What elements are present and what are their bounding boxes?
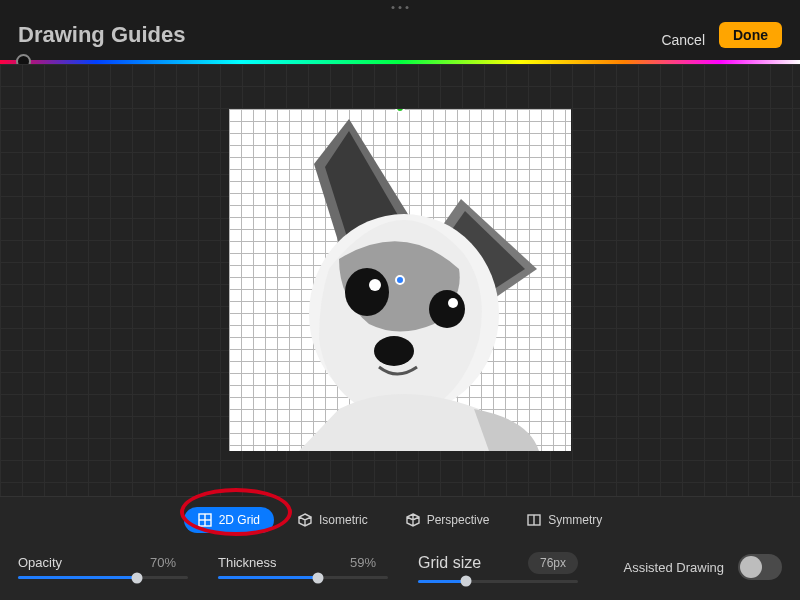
symmetry-icon xyxy=(527,513,541,527)
thickness-label: Thickness xyxy=(218,555,277,570)
tab-isometric[interactable]: Isometric xyxy=(284,507,382,533)
tab-label: 2D Grid xyxy=(219,513,260,527)
thickness-param: Thickness 59% xyxy=(218,555,388,579)
svg-point-5 xyxy=(374,336,414,366)
opacity-label: Opacity xyxy=(18,555,62,570)
tab-label: Symmetry xyxy=(548,513,602,527)
thickness-slider[interactable] xyxy=(218,576,388,579)
assisted-drawing-label: Assisted Drawing xyxy=(624,560,724,575)
grid-size-slider[interactable] xyxy=(418,580,578,583)
param-row: Opacity 70% Thickness 59% Grid size 76px xyxy=(0,539,800,595)
cube-outline-icon xyxy=(406,513,420,527)
tab-perspective[interactable]: Perspective xyxy=(392,507,504,533)
opacity-slider[interactable] xyxy=(18,576,188,579)
cube-icon xyxy=(298,513,312,527)
opacity-slider-knob[interactable] xyxy=(132,572,143,583)
assisted-drawing-toggle[interactable] xyxy=(738,554,782,580)
svg-point-2 xyxy=(369,279,381,291)
grid-size-value[interactable]: 76px xyxy=(528,552,578,574)
thickness-value: 59% xyxy=(350,555,388,570)
page-title: Drawing Guides xyxy=(18,22,661,48)
grid-size-slider-knob[interactable] xyxy=(461,576,472,587)
thickness-slider-knob[interactable] xyxy=(313,572,324,583)
drag-handle-icon[interactable] xyxy=(392,6,409,9)
guide-tabs: 2D Grid Isometric Perspective Symmetry xyxy=(0,497,800,539)
toolbar: 2D Grid Isometric Perspective Symmetry O… xyxy=(0,496,800,600)
tab-label: Perspective xyxy=(427,513,490,527)
canvas-center-handle[interactable] xyxy=(395,275,405,285)
svg-point-1 xyxy=(345,268,389,316)
canvas-stage xyxy=(0,64,800,496)
tab-label: Isometric xyxy=(319,513,368,527)
opacity-param: Opacity 70% xyxy=(18,555,188,579)
svg-point-3 xyxy=(429,290,465,328)
tab-symmetry[interactable]: Symmetry xyxy=(513,507,616,533)
svg-point-4 xyxy=(448,298,458,308)
canvas-preview[interactable] xyxy=(229,109,571,451)
assisted-drawing: Assisted Drawing xyxy=(624,554,782,580)
cancel-button[interactable]: Cancel xyxy=(661,32,705,48)
grid-size-label: Grid size xyxy=(418,554,481,572)
grid-size-param: Grid size 76px xyxy=(418,552,538,583)
grid-icon xyxy=(198,513,212,527)
tab-2d-grid[interactable]: 2D Grid xyxy=(184,507,274,533)
done-button[interactable]: Done xyxy=(719,22,782,48)
opacity-value: 70% xyxy=(150,555,188,570)
